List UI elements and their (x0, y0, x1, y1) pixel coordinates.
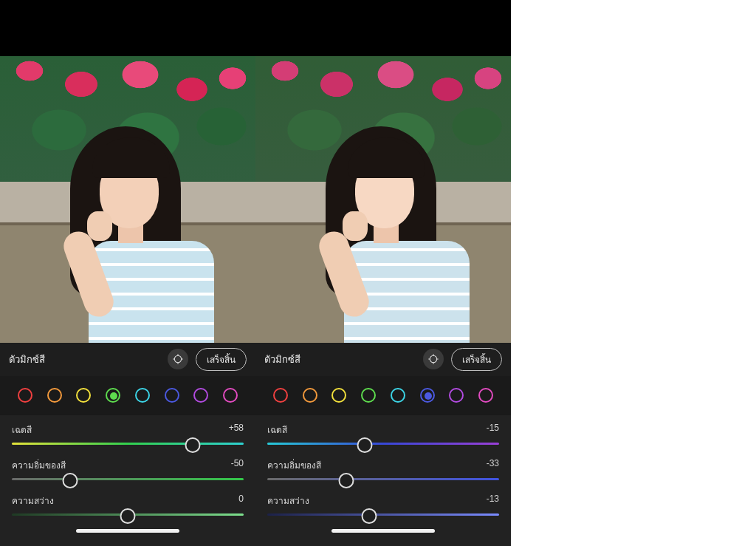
slider-label: ความอิ่มของสี (12, 458, 66, 472)
status-area (0, 0, 255, 56)
status-area (255, 0, 511, 56)
svg-point-5 (430, 356, 436, 363)
color-swatch-2[interactable] (76, 388, 91, 403)
photo-preview[interactable] (255, 56, 511, 343)
svg-point-0 (174, 356, 181, 363)
slider-track[interactable] (12, 478, 244, 480)
photo-layer-hand (343, 211, 368, 241)
color-swatch-2[interactable] (331, 388, 346, 403)
color-swatch-6[interactable] (193, 388, 208, 403)
slider-knob[interactable] (62, 473, 78, 488)
slider-label: เฉดสี (12, 423, 32, 437)
slider-track[interactable] (267, 443, 499, 445)
color-swatch-3[interactable] (361, 388, 376, 403)
slider-knob[interactable] (338, 473, 354, 488)
color-swatch-5[interactable] (165, 388, 179, 403)
target-adjust-icon[interactable] (423, 349, 444, 369)
slider-2: ความสว่าง-13 (267, 494, 499, 516)
slider-0: เฉดสี+58 (12, 423, 244, 445)
target-adjust-icon[interactable] (168, 349, 188, 369)
slider-0: เฉดสี-15 (267, 423, 499, 445)
slider-label: ความสว่าง (267, 494, 309, 508)
done-button[interactable]: เสร็จสิ้น (451, 348, 502, 371)
slider-track[interactable] (12, 513, 244, 516)
slider-group: เฉดสี-15ความอิ่มของสี-33ความสว่าง-13 (255, 415, 511, 546)
slider-1: ความอิ่มของสี-50 (12, 458, 244, 480)
slider-knob[interactable] (362, 508, 377, 524)
color-swatch-7[interactable] (478, 388, 493, 403)
color-swatch-4[interactable] (391, 388, 405, 403)
slider-2: ความสว่าง0 (12, 494, 244, 516)
slider-label: ความสว่าง (12, 494, 54, 508)
done-button[interactable]: เสร็จสิ้น (196, 348, 247, 371)
color-swatch-row (255, 376, 511, 415)
panel-title: ตัวมิกซ์สี (9, 352, 45, 367)
slider-1: ความอิ่มของสี-33 (267, 458, 499, 480)
slider-knob[interactable] (357, 437, 372, 453)
color-swatch-6[interactable] (449, 388, 464, 403)
color-swatch-0[interactable] (18, 388, 32, 403)
mixer-toolbar: ตัวมิกซ์สีเสร็จสิ้น (0, 343, 255, 376)
slider-track[interactable] (267, 478, 499, 480)
slider-knob[interactable] (120, 508, 136, 524)
slider-track[interactable] (267, 513, 499, 516)
color-swatch-1[interactable] (303, 388, 317, 403)
slider-track[interactable] (12, 443, 244, 445)
color-swatch-3[interactable] (106, 388, 120, 403)
slider-label: เฉดสี (267, 423, 287, 437)
slider-knob[interactable] (185, 437, 200, 453)
slider-value: -15 (487, 423, 499, 437)
color-swatch-row (0, 376, 255, 415)
color-swatch-5[interactable] (420, 388, 435, 403)
slider-value: -50 (231, 458, 244, 472)
slider-value: 0 (238, 494, 244, 508)
photo-preview[interactable] (0, 56, 255, 343)
slider-value: -33 (487, 458, 499, 472)
panel-title: ตัวมิกซ์สี (264, 352, 300, 367)
color-swatch-1[interactable] (47, 388, 62, 403)
color-swatch-7[interactable] (223, 388, 238, 403)
mixer-toolbar: ตัวมิกซ์สีเสร็จสิ้น (255, 343, 511, 376)
slider-value: +58 (229, 423, 244, 437)
photo-layer-hand (87, 211, 112, 241)
slider-value: -13 (487, 494, 499, 508)
color-swatch-0[interactable] (273, 388, 288, 403)
slider-label: ความอิ่มของสี (267, 458, 321, 472)
color-swatch-4[interactable] (135, 388, 150, 403)
slider-group: เฉดสี+58ความอิ่มของสี-50ความสว่าง0 (0, 415, 255, 546)
